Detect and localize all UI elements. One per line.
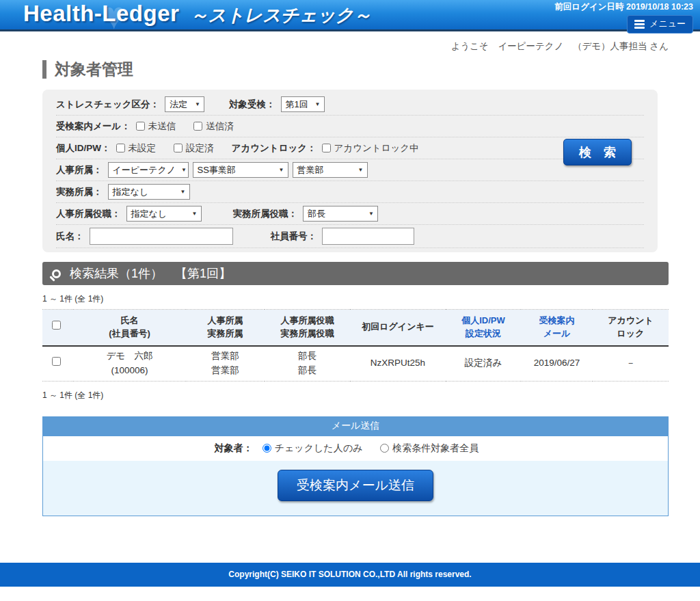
hr-dept-select-company[interactable]: イーピーテクノ ▼ bbox=[108, 162, 189, 178]
idpw-unset-label: 未設定 bbox=[129, 142, 157, 155]
send-exam-mail-button[interactable]: 受検案内メール送信 bbox=[278, 470, 433, 501]
footer: Copyright(C) SEIKO IT SOLUTION CO.,LTD A… bbox=[0, 563, 700, 587]
work-position-select[interactable]: 部長 ▼ bbox=[303, 206, 378, 222]
col-login-key-label: 初回ログインキー bbox=[351, 321, 444, 334]
mail-target-row: 対象者： チェックした人のみ 検索条件対象者全員 bbox=[43, 436, 668, 461]
mail-target-label: 対象者： bbox=[215, 442, 253, 455]
form-row-idpw: 個人ID/PW： 未設定 設定済 アカウントロック： アカウントロック中 bbox=[56, 137, 644, 159]
hr-dept-label: 人事所属： bbox=[56, 164, 103, 176]
results-title: 検索結果（1件） 【第1回】 bbox=[70, 265, 231, 282]
row-work-dept: 営業部 bbox=[187, 364, 263, 378]
exam-mail-unsent-label: 未送信 bbox=[148, 120, 176, 133]
col-account-lock: アカウント ロック bbox=[593, 310, 669, 346]
mail-target-checked-label: チェックした人のみ bbox=[275, 442, 363, 455]
hr-position-select[interactable]: 指定なし ▼ bbox=[126, 206, 202, 222]
stress-check-select[interactable]: 法定 ▼ bbox=[165, 96, 204, 112]
idpw-unset-option[interactable]: 未設定 bbox=[116, 142, 157, 155]
form-row-exam-mail: 受検案内メール： 未送信 送信済 bbox=[56, 116, 644, 137]
pagination-top: 1 ～ 1件 (全 1件) bbox=[42, 293, 669, 305]
employee-no-label: 社員番号： bbox=[271, 230, 317, 243]
col-position: 人事所属役職 実務所属役職 bbox=[265, 310, 350, 346]
cell-login-key: NzXRPUt25h bbox=[350, 346, 446, 381]
hr-dept-division-value: SS事業部 bbox=[198, 164, 236, 176]
chevron-down-icon: ▼ bbox=[181, 167, 187, 173]
work-position-label: 実務所属役職： bbox=[233, 208, 298, 220]
chevron-down-icon: ▼ bbox=[279, 167, 284, 173]
col-idpw-line2: 設定状況 bbox=[447, 328, 520, 340]
row-checkbox[interactable] bbox=[52, 357, 61, 366]
exam-mail-unsent-checkbox[interactable] bbox=[136, 122, 145, 131]
chevron-down-icon: ▼ bbox=[368, 211, 374, 217]
work-position-value: 部長 bbox=[308, 208, 325, 220]
mail-target-all-radio[interactable] bbox=[380, 444, 389, 453]
row-checkbox-cell bbox=[42, 346, 73, 381]
name-input[interactable] bbox=[90, 228, 233, 245]
account-lock-option[interactable]: アカウントロック中 bbox=[322, 142, 419, 155]
table-row: デモ 六郎 (100006) 営業部 営業部 部長 部長 NzXRPUt25h … bbox=[42, 346, 669, 381]
col-exam-mail-line1: 受検案内 bbox=[522, 315, 591, 328]
cell-dept: 営業部 営業部 bbox=[186, 346, 265, 381]
exam-mail-sent-label: 送信済 bbox=[206, 120, 234, 133]
col-name-line1: 氏名 bbox=[75, 315, 185, 328]
logo-subtitle: ～ストレスチェック～ bbox=[190, 3, 371, 27]
target-exam-select[interactable]: 第1回 ▼ bbox=[281, 96, 325, 112]
page-title-text: 対象者管理 bbox=[55, 59, 133, 80]
search-panel: ストレスチェック区分： 法定 ▼ 対象受検： 第1回 ▼ 受検案内メール： 未送… bbox=[42, 90, 658, 252]
hr-dept-select-section[interactable]: 営業部 ▼ bbox=[293, 162, 368, 178]
search-button[interactable]: 検 索 bbox=[563, 139, 632, 165]
exam-mail-unsent-option[interactable]: 未送信 bbox=[136, 120, 176, 133]
cell-idpw-status: 設定済み bbox=[446, 346, 521, 381]
col-position-line2: 実務所属役職 bbox=[266, 328, 349, 340]
chevron-down-icon: ▼ bbox=[180, 189, 186, 195]
results-table: 氏名 (社員番号) 人事所属 実務所属 人事所属役職 実務所属役職 初回ログイン… bbox=[42, 309, 669, 382]
chevron-down-icon: ▼ bbox=[195, 101, 200, 107]
mail-panel-title: メール送信 bbox=[43, 417, 668, 436]
stress-check-label: ストレスチェック区分： bbox=[56, 98, 159, 111]
form-row-work-dept: 実務所属： 指定なし ▼ bbox=[56, 181, 644, 203]
row-work-position: 部長 bbox=[266, 364, 349, 378]
hr-dept-select-division[interactable]: SS事業部 ▼ bbox=[193, 162, 288, 178]
page-title: 対象者管理 bbox=[42, 59, 669, 80]
cell-name: デモ 六郎 (100006) bbox=[73, 346, 186, 381]
copyright-text: Copyright(C) SEIKO IT SOLUTION CO.,LTD A… bbox=[228, 570, 471, 579]
cell-mail-date: 2019/06/27 bbox=[521, 346, 593, 381]
col-idpw-status[interactable]: 個人ID/PW 設定状況 bbox=[446, 310, 521, 346]
select-all-checkbox[interactable] bbox=[52, 321, 61, 330]
idpw-set-label: 設定済 bbox=[186, 142, 214, 155]
col-position-line1: 人事所属役職 bbox=[266, 315, 349, 328]
col-exam-mail[interactable]: 受検案内 メール bbox=[521, 310, 593, 346]
stress-check-value: 法定 bbox=[170, 98, 187, 111]
menu-button[interactable]: メニュー bbox=[627, 15, 693, 34]
idpw-set-checkbox[interactable] bbox=[174, 144, 183, 152]
search-icon bbox=[52, 269, 61, 278]
chevron-down-icon: ▼ bbox=[192, 211, 198, 217]
exam-mail-sent-checkbox[interactable] bbox=[193, 122, 202, 131]
hr-position-value: 指定なし bbox=[131, 208, 167, 220]
target-exam-label: 対象受検： bbox=[229, 98, 275, 111]
form-row-positions: 人事所属役職： 指定なし ▼ 実務所属役職： 部長 ▼ bbox=[56, 203, 644, 225]
mail-target-all-label: 検索条件対象者全員 bbox=[392, 442, 479, 455]
hamburger-icon bbox=[634, 18, 645, 30]
name-label: 氏名： bbox=[56, 230, 84, 243]
exam-mail-label: 受検案内メール： bbox=[56, 120, 131, 133]
employee-no-input[interactable] bbox=[322, 228, 414, 245]
work-dept-select[interactable]: 指定なし ▼ bbox=[108, 184, 190, 200]
app-logo: Health-Ledger ～ストレスチェック～ bbox=[23, 1, 371, 27]
mail-send-area: 受検案内メール送信 bbox=[43, 461, 668, 516]
row-hr-dept: 営業部 bbox=[187, 349, 263, 364]
account-lock-checkbox[interactable] bbox=[322, 144, 331, 152]
idpw-unset-checkbox[interactable] bbox=[116, 144, 125, 152]
work-dept-label: 実務所属： bbox=[56, 186, 103, 198]
mail-panel: メール送信 対象者： チェックした人のみ 検索条件対象者全員 受検案内メール送信 bbox=[42, 416, 669, 516]
mail-target-checked-option[interactable]: チェックした人のみ bbox=[262, 442, 363, 455]
idpw-label: 個人ID/PW： bbox=[56, 142, 111, 155]
app-header: ♥ Health-Ledger ～ストレスチェック～ 前回ログイン日時 2019… bbox=[0, 0, 700, 31]
exam-mail-sent-option[interactable]: 送信済 bbox=[193, 120, 234, 133]
idpw-set-option[interactable]: 設定済 bbox=[174, 142, 214, 155]
mail-target-all-option[interactable]: 検索条件対象者全員 bbox=[380, 442, 479, 455]
logo-title: Health-Ledger bbox=[23, 1, 179, 27]
form-row-hr-dept: 人事所属： イーピーテクノ ▼ SS事業部 ▼ 営業部 ▼ bbox=[56, 159, 644, 181]
mail-target-checked-radio[interactable] bbox=[262, 444, 271, 453]
col-account-lock-line2: ロック bbox=[594, 328, 667, 340]
account-lock-label: アカウントロック： bbox=[232, 142, 317, 155]
